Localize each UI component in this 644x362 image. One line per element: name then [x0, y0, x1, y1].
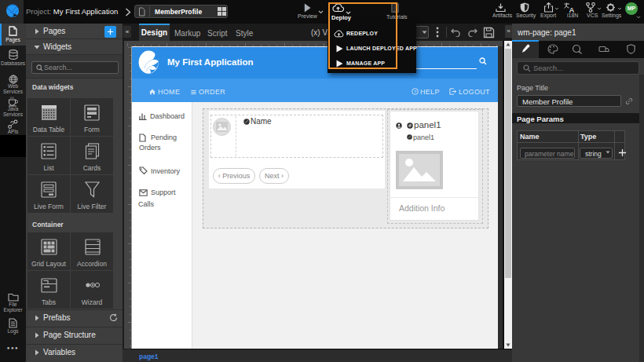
- svg-text:?: ?: [414, 90, 417, 94]
- svg-text:A: A: [569, 5, 575, 13]
